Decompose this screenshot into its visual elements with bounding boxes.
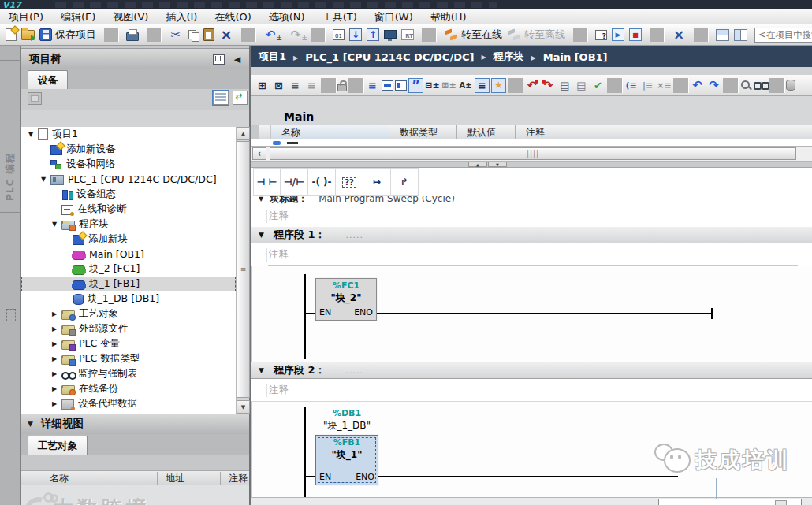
consistency-check-icon[interactable]: [590, 78, 605, 93]
splitter-down-icon[interactable]: ▼: [488, 162, 507, 167]
upload-from-device-icon[interactable]: [364, 25, 382, 44]
monitoring-glasses-icon[interactable]: [754, 80, 768, 90]
pane-splitter[interactable]: ▲ ▼: [251, 162, 812, 168]
stop-cpu-icon[interactable]: [399, 25, 416, 44]
insert-network-icon[interactable]: [255, 78, 270, 93]
expand-operands-icon[interactable]: [425, 78, 440, 93]
fav-close-branch-button[interactable]: ↱: [391, 168, 419, 196]
tab-devices[interactable]: 设备: [28, 70, 68, 90]
tree-item-external-source-files[interactable]: 外部源文件: [21, 321, 236, 336]
stop-simulation-icon[interactable]: [627, 25, 644, 44]
tree-item-watch-and-force-tables[interactable]: 监控与强制表: [21, 366, 236, 381]
menu-tools[interactable]: 工具(T): [314, 10, 366, 24]
find-replace-icon[interactable]: [739, 79, 752, 91]
menu-window[interactable]: 窗口(W): [366, 10, 422, 24]
crumb-main-ob1[interactable]: Main [OB1]: [524, 51, 608, 63]
tree-expander-icon[interactable]: [52, 355, 61, 362]
horizontal-scrollbar[interactable]: ‹ ||||: [251, 146, 812, 162]
keep-actual-values-icon[interactable]: [337, 84, 347, 91]
tree-item-program-blocks[interactable]: 程序块: [21, 217, 236, 232]
menu-view[interactable]: 视图(V): [104, 10, 157, 24]
tree-expander-icon[interactable]: [41, 176, 50, 183]
search-input[interactable]: [754, 28, 812, 43]
start-cpu-icon[interactable]: [382, 25, 399, 44]
tree-item-plc-tags[interactable]: PLC 变量: [21, 336, 236, 351]
tree-item-plc1[interactable]: PLC_1 [CPU 1214C DC/DC/DC]: [21, 172, 236, 187]
start-simulation-icon[interactable]: [609, 25, 627, 44]
delete-branch-icon[interactable]: [657, 78, 672, 93]
delete-icon[interactable]: [217, 25, 236, 44]
insert-row-icon[interactable]: [288, 78, 303, 93]
data-block-icon[interactable]: [786, 80, 795, 91]
compile-icon[interactable]: [330, 25, 347, 44]
tree-item-main-ob1[interactable]: Main [OB1]: [21, 247, 236, 262]
free-form-comment-icon[interactable]: [624, 78, 639, 93]
tree-item-block1-fb1[interactable]: 块_1 [FB1]: [21, 277, 236, 291]
tree-item-technology-objects[interactable]: 工艺对象: [21, 306, 236, 321]
fav-no-contact-button[interactable]: ⊣ ⊢: [253, 168, 281, 196]
go-online-button[interactable]: 转至在线: [441, 25, 505, 44]
split-editor-horizontal-icon[interactable]: [713, 25, 732, 44]
block-comment-row[interactable]: 注释: [251, 206, 812, 225]
chevron-down-icon[interactable]: ▼: [251, 366, 274, 374]
split-editor-vertical-icon[interactable]: [732, 25, 750, 44]
tree-scrollbar[interactable]: ▲ ≡ ▼: [236, 127, 249, 414]
network-2-comment[interactable]: 注释: [251, 381, 812, 399]
new-project-icon[interactable]: [3, 25, 19, 44]
fc1-call-block[interactable]: %FC1 "块_2" EN ENO: [315, 278, 377, 321]
next-error-icon[interactable]: [541, 78, 556, 93]
scrollbar-thumb[interactable]: ||||: [270, 147, 796, 160]
menu-online[interactable]: 在线(O): [206, 10, 259, 24]
go-offline-button[interactable]: 转至离线: [505, 25, 568, 44]
network-sequence-toggle-icon[interactable]: [475, 78, 490, 93]
column-view-icon[interactable]: [213, 91, 229, 105]
tree-scrollbar-thumb[interactable]: ≡: [237, 141, 250, 398]
menu-project[interactable]: 项目(P): [0, 10, 52, 24]
network-1-canvas[interactable]: %FC1 "块_2" EN ENO: [251, 266, 812, 362]
network-1-header[interactable]: ▼ 程序段 1： .....: [251, 226, 812, 243]
chevron-down-icon[interactable]: ▼: [251, 196, 270, 202]
synchronize-icon[interactable]: [574, 78, 589, 93]
close-all-networks-icon[interactable]: [690, 78, 705, 93]
open-all-networks-icon[interactable]: [706, 78, 721, 93]
instance-db-label[interactable]: %DB1 "块_1_DB": [300, 408, 394, 433]
fbd-view-icon[interactable]: [395, 80, 407, 91]
crumb-program-blocks[interactable]: 程序块: [474, 50, 523, 64]
delete-row-icon[interactable]: [304, 78, 319, 93]
tree-item-devices-and-networks[interactable]: 设备和网络: [21, 157, 236, 172]
save-project-button[interactable]: 保存项目: [37, 25, 99, 44]
tree-expander-icon[interactable]: [28, 131, 38, 138]
fav-open-branch-button[interactable]: ↦: [363, 168, 391, 196]
absolute-symbolic-operands-icon[interactable]: [458, 78, 473, 93]
undo-button[interactable]: [261, 25, 280, 44]
fav-empty-box-button[interactable]: ??: [336, 168, 363, 196]
collapse-panel-icon[interactable]: ◀: [230, 54, 244, 65]
scroll-up-icon[interactable]: ▲: [237, 127, 250, 140]
menu-insert[interactable]: 插入(I): [157, 10, 206, 24]
table-column-header[interactable]: 默认值: [457, 125, 516, 139]
crumb-project1[interactable]: 项目1: [259, 50, 286, 64]
paste-icon[interactable]: [201, 25, 217, 44]
device-filter-icon[interactable]: [28, 92, 42, 105]
tree-item-plc-data-types[interactable]: PLC 数据类型: [21, 351, 236, 366]
table-column-header[interactable]: 名称: [271, 125, 389, 139]
bottom-box-button[interactable]: [775, 500, 787, 505]
detail-view-header[interactable]: ▼ 详细视图: [21, 414, 249, 435]
network-2-header[interactable]: ▼ 程序段 2： .....: [251, 362, 812, 379]
sort-refresh-icon[interactable]: [233, 91, 248, 105]
tree-expander-icon[interactable]: [52, 325, 61, 332]
splitter-up-icon[interactable]: ▲: [468, 162, 487, 167]
tree-expander-icon[interactable]: [52, 221, 61, 228]
table-column-header[interactable]: 数据类型: [389, 125, 457, 139]
tree-item-online-diagnostics[interactable]: 在线和诊断: [21, 202, 236, 217]
tab-technology-objects[interactable]: 工艺对象: [28, 436, 88, 455]
tree-expander-icon[interactable]: [52, 370, 61, 377]
download-to-device-icon[interactable]: [347, 25, 364, 44]
en-pin[interactable]: EN: [319, 307, 331, 317]
eno-pin[interactable]: ENO: [356, 472, 374, 482]
accessible-devices-icon[interactable]: [593, 25, 609, 44]
tree-expander-icon[interactable]: [52, 340, 61, 347]
menu-help[interactable]: 帮助(H): [422, 10, 475, 24]
print-icon[interactable]: [124, 25, 141, 44]
fb1-call-block[interactable]: %FB1 "块_1" EN ENO: [315, 435, 378, 485]
